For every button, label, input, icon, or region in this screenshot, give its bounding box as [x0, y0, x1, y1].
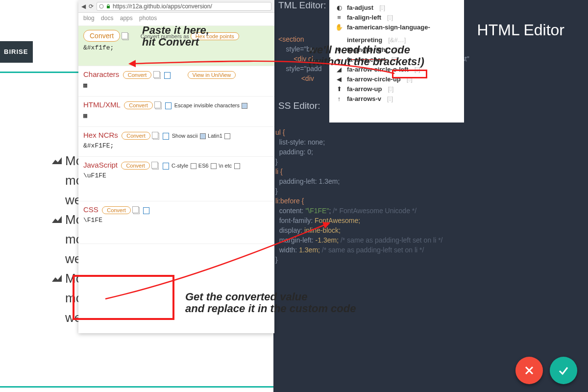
convert-button[interactable]: Convert	[83, 30, 120, 42]
area-chart-icon	[51, 214, 62, 225]
doc-icon[interactable]	[163, 163, 169, 170]
browser-address-bar: ◀ ⟳ https://r12a.github.io/apps/conversi…	[78, 0, 274, 13]
etc-checkbox[interactable]	[234, 163, 240, 169]
nav-blog[interactable]: blog	[83, 15, 95, 22]
area-chart-icon	[51, 155, 62, 166]
doc-icon[interactable]	[143, 207, 149, 214]
url-field[interactable]: https://r12a.github.io/apps/conversion/	[97, 2, 271, 11]
javascript-value[interactable]: \uF1FE	[83, 172, 270, 179]
copy-icon[interactable]	[133, 207, 140, 214]
copy-icon[interactable]	[155, 102, 162, 109]
mobirise-brand: BIRISE	[0, 41, 33, 63]
etc-label: \n etc	[219, 163, 232, 169]
html-editor-label: TML Editor:	[278, 0, 326, 11]
latin1-label: Latin1	[208, 133, 222, 139]
icon-list-item[interactable]: ↑fa-arrows-v[]	[335, 94, 458, 104]
list-glyph-icon: ◐	[335, 4, 343, 12]
javascript-title: JavaScript	[83, 161, 118, 169]
icon-name: fa-align-left	[347, 13, 381, 22]
icon-name: fa-adjust	[347, 3, 373, 12]
icon-name: fa-american-sign-language-	[347, 23, 430, 32]
icon-list-item[interactable]: ✋fa-american-sign-language-interpreting[…	[335, 23, 458, 45]
copy-icon[interactable]	[122, 33, 129, 40]
reload-icon[interactable]: ⟳	[89, 3, 94, 10]
es6-checkbox[interactable]	[211, 163, 217, 169]
copy-icon[interactable]	[152, 163, 159, 170]
editor-title: HTML Editor	[477, 21, 564, 39]
hexncr-value[interactable]: &#xF1FE;	[83, 142, 270, 149]
check-icon	[558, 365, 569, 376]
list-glyph-icon: ✋	[335, 24, 343, 31]
htmlxml-panel: HTML/XML Convert Escape invisible charac…	[78, 97, 274, 127]
latin1-checkbox[interactable]	[224, 133, 230, 139]
hexncr-title: Hex NCRs	[83, 131, 118, 139]
icon-code: []	[387, 95, 393, 103]
doc-icon[interactable]	[165, 102, 172, 109]
hexncr-panel: Hex NCRs Convert Show ascii Latin1 &#xF1…	[78, 127, 274, 157]
arrow-css-to-code	[103, 220, 333, 304]
characters-title: Characters	[83, 70, 119, 78]
doc-icon[interactable]	[163, 133, 169, 140]
escape-label: Escape invisible characters	[174, 102, 240, 108]
es6-label: ES6	[198, 163, 209, 169]
list-glyph-icon: ≡	[335, 14, 343, 22]
area-chart-icon	[51, 273, 62, 284]
icon-list-item[interactable]: ≡fa-align-left[]	[335, 13, 458, 23]
list-glyph-icon: ↑	[335, 95, 343, 103]
htmlxml-title: HTML/XML	[83, 100, 121, 109]
escape-checkbox[interactable]	[242, 103, 247, 109]
css-convert-button[interactable]: Convert	[102, 206, 131, 214]
css-editor-label: SS Editor:	[278, 100, 320, 111]
cstyle-checkbox[interactable]	[191, 163, 196, 169]
url-text: https://r12a.github.io/apps/conversion/	[113, 3, 212, 10]
arrow-right-to-left	[127, 59, 402, 83]
css-title: CSS	[83, 205, 98, 214]
icon-code: []	[379, 3, 385, 12]
lock-icon	[106, 4, 111, 9]
cancel-button[interactable]	[515, 357, 543, 384]
icon-code: []	[387, 13, 393, 22]
cstyle-label: C-style	[172, 163, 188, 169]
icon-list-item[interactable]: ◐fa-adjust[]	[335, 3, 458, 13]
svg-point-0	[99, 4, 103, 8]
close-icon	[524, 365, 535, 376]
nav-apps[interactable]: apps	[120, 15, 133, 22]
divider	[0, 386, 274, 388]
icon-name: fa-arrows-v	[347, 95, 381, 103]
hexncr-convert-button[interactable]: Convert	[122, 132, 150, 140]
icon-list-item[interactable]: ⬆fa-arrow-up[]	[335, 84, 458, 94]
javascript-panel: JavaScript Convert C-style ES6 \n etc \u…	[78, 157, 274, 201]
htmlxml-value[interactable]: ▦	[83, 112, 270, 120]
info-icon	[99, 4, 104, 9]
list-glyph-icon: ⬆	[335, 85, 343, 93]
icon-name: fa-arrow-up	[347, 85, 382, 94]
htmlxml-convert-button[interactable]: Convert	[124, 101, 153, 109]
back-icon[interactable]: ◀	[81, 3, 86, 10]
copy-icon[interactable]	[153, 133, 159, 140]
nav-photos[interactable]: photos	[139, 15, 157, 22]
svg-rect-1	[107, 6, 110, 8]
javascript-convert-button[interactable]: Convert	[121, 162, 150, 170]
nav-docs[interactable]: docs	[101, 15, 113, 22]
icon-code: []	[388, 85, 394, 94]
annotation-paste: Paste it here,hit Convert	[142, 24, 209, 48]
showascii-checkbox[interactable]	[200, 133, 206, 139]
showascii-label: Show ascii	[172, 133, 198, 139]
confirm-button[interactable]	[550, 357, 577, 384]
